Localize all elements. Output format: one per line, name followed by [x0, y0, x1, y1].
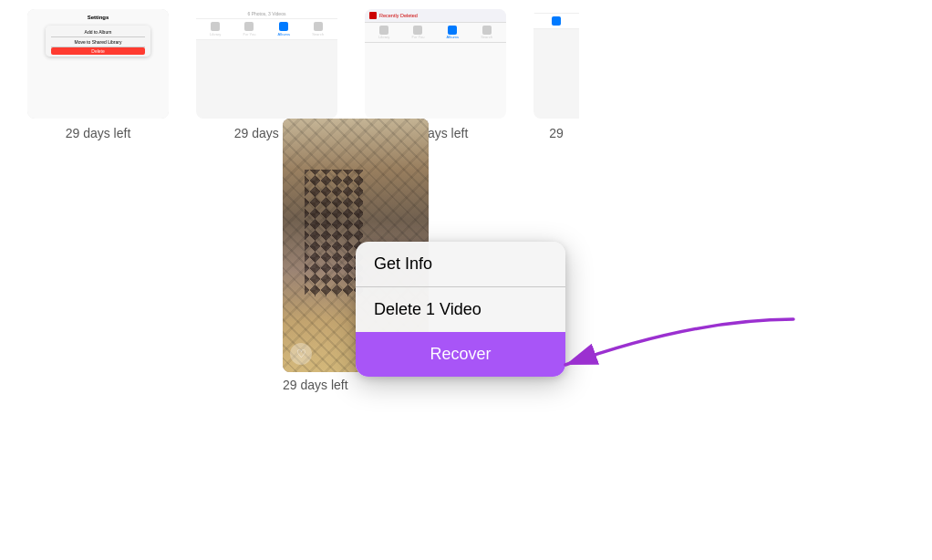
- card-settings-image: Settings Add to Album Move to Shared Lib…: [27, 9, 169, 119]
- card-partial: 29: [533, 9, 579, 140]
- rd-tb-label1: Library: [378, 35, 389, 39]
- rd-tb-icon3: [448, 26, 457, 35]
- partial-nav-icon: [552, 16, 561, 26]
- image-rug-pattern: [305, 170, 363, 296]
- photos-mock-grid: [196, 40, 337, 119]
- cards-row: Settings Add to Album Move to Shared Lib…: [0, 0, 932, 150]
- rd-tb-library: Library: [378, 26, 389, 39]
- photos-nav: Library For You Albums Search: [196, 19, 337, 40]
- nav-albums-label: Albums: [278, 32, 290, 36]
- context-menu-get-info[interactable]: Get Info: [356, 242, 565, 286]
- highlighted-card-caption: 29 days left: [283, 378, 429, 392]
- settings-mock-content: Settings Add to Album Move to Shared Lib…: [27, 9, 169, 119]
- mini-add-album: Add to Album: [51, 27, 144, 37]
- rd-tb-foryou: For You: [412, 26, 425, 39]
- mini-delete: Delete: [51, 47, 144, 55]
- partial-nav-albums: [552, 16, 561, 26]
- context-mini-mock: Add to Album Move to Shared Library Dele…: [46, 26, 150, 57]
- context-menu-delete[interactable]: Delete 1 Video: [356, 287, 565, 332]
- rd-tb-search: Search: [481, 26, 492, 39]
- rd-tb-icon1: [379, 26, 388, 35]
- card4-caption: 29: [549, 126, 564, 140]
- partial-nav: [533, 14, 579, 29]
- rd-tb-label3: Albums: [447, 35, 459, 39]
- nav-library-label: Library: [210, 32, 221, 36]
- card-partial-image: [533, 9, 579, 119]
- settings-title-mock: Settings: [88, 15, 109, 20]
- rd-tb-icon2: [413, 26, 422, 35]
- nav-albums: Albums: [278, 22, 290, 36]
- nav-forYou-icon: [244, 22, 254, 31]
- card-settings: Settings Add to Album Move to Shared Lib…: [27, 9, 169, 140]
- rd-tb-albums: Albums: [447, 26, 459, 39]
- rd-icon-symbol: [369, 12, 377, 19]
- photos-top-text: 6 Photos, 3 Videos: [196, 9, 337, 19]
- nav-library: Library: [210, 22, 221, 36]
- svg-rect-0: [370, 13, 376, 18]
- nav-search-label: Search: [312, 32, 324, 36]
- nav-library-icon: [211, 22, 220, 31]
- mini-move-shared: Move to Shared Library: [51, 37, 144, 47]
- nav-albums-icon: [279, 22, 288, 31]
- context-menu-recover[interactable]: Recover: [356, 332, 565, 377]
- rd-tb-label2: For You: [412, 35, 425, 39]
- partial-content: [533, 29, 579, 119]
- rd-tb-label4: Search: [481, 35, 492, 39]
- card1-caption: 29 days left: [66, 126, 131, 140]
- nav-forYou: For You: [243, 22, 256, 36]
- rd-tb-icon4: [482, 26, 492, 35]
- nav-search: Search: [312, 22, 324, 36]
- rd-title-text: Recently Deleted: [379, 13, 418, 18]
- bottom-empty-area: [0, 423, 932, 560]
- photos-mock: 6 Photos, 3 Videos Library For You Album…: [196, 9, 337, 119]
- partial-photos-mock: [533, 9, 579, 119]
- context-menu: Get Info Delete 1 Video Recover: [356, 242, 565, 377]
- card-rd-image: Recently Deleted Library For You Albums: [365, 9, 506, 119]
- heart-icon: ♡: [290, 343, 312, 365]
- card-photos-image: 6 Photos, 3 Videos Library For You Album…: [196, 9, 337, 119]
- rd-header: Recently Deleted: [365, 9, 506, 23]
- rd-mock-content: Recently Deleted Library For You Albums: [365, 9, 506, 119]
- arrow-indicator: [547, 310, 803, 401]
- rd-toolbar: Library For You Albums Search: [365, 23, 506, 43]
- nav-search-icon: [314, 22, 323, 31]
- nav-forYou-label: For You: [243, 32, 256, 36]
